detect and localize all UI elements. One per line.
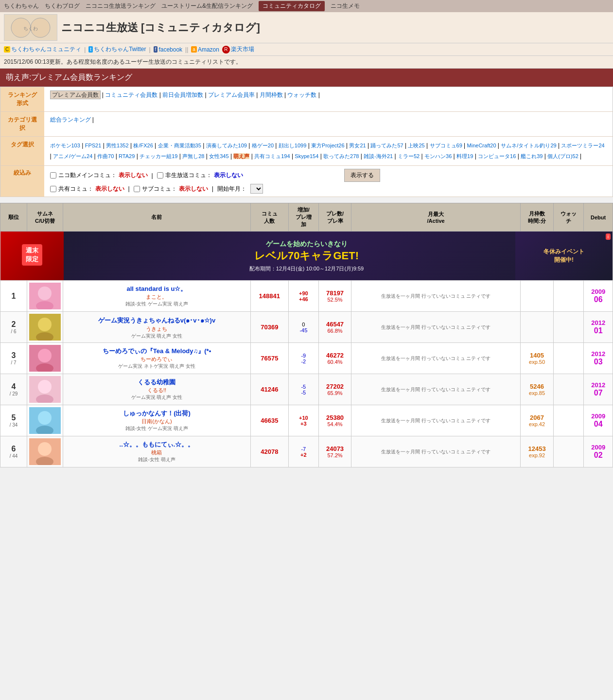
nav-niconico-ranking[interactable]: ニコニコ生放送ランキング [86, 2, 156, 10]
shared-checkbox[interactable] [50, 186, 56, 192]
author-link[interactable]: うきょち [146, 326, 167, 332]
amazon-link[interactable]: Amazon [198, 46, 219, 53]
community-name-link[interactable]: ..☆。。ももにてぃ.☆。。 [120, 441, 194, 448]
tag-text: 雑談-女性 ゲーム実況 萌え声 [65, 425, 248, 432]
tag-shared-commu[interactable]: 共有コミュ194 [254, 153, 290, 159]
non-live-checkbox[interactable] [157, 172, 163, 179]
nico-main-filter[interactable]: ニコ動メインコミュ： 表示しない [50, 171, 148, 179]
monthly-slots-exp: exp.92 [523, 452, 551, 458]
rank-number: 5 [2, 413, 25, 422]
tag-monster-hunter[interactable]: モンハン36 [424, 153, 452, 159]
debut-cell: 2012 07 [584, 374, 613, 405]
tag-silent[interactable]: 声無し28 [182, 153, 204, 159]
tag-female[interactable]: 女性345 [209, 153, 228, 159]
increase-2: -2 [291, 359, 316, 364]
tag-subcommu[interactable]: サブコミュ69 [430, 143, 462, 148]
name-cell: all standard is u☆。 まこと。 雑談-女性 ゲーム実況 萌え声 [63, 281, 251, 312]
ranking-premium-members[interactable]: プレミアム会員数 [50, 90, 101, 99]
thumb-cell [27, 312, 63, 343]
nico-main-checkbox[interactable] [50, 172, 56, 179]
monthly-slots-exp: exp.50 [523, 359, 551, 365]
tag-checker[interactable]: チェッカー組19 [140, 153, 177, 159]
tag-fps[interactable]: FPS21 [85, 143, 102, 148]
ranking-premium-rate[interactable]: プレミアム会員率 [208, 91, 255, 98]
author-link[interactable]: まこと。 [146, 294, 167, 300]
tag-face[interactable]: 顔出し1099 [279, 143, 306, 148]
pre-rate-cell: 27202 65.9% [319, 374, 351, 405]
ad-banner[interactable]: 週末限定 ゲームを始めたらいきなり レベル70キャラGET! 配布期間：12月4… [0, 232, 613, 280]
author-link[interactable]: 桃箱 [151, 449, 162, 455]
nav-community-catalog-link[interactable]: コミュニティカタログ [263, 2, 321, 9]
nav-nico-memo[interactable]: ニコ生メモ [331, 2, 360, 10]
tag-thumbnail[interactable]: サムネ/タイトル釣り29 [501, 143, 556, 148]
tag-composition[interactable]: 作曲70 [97, 153, 114, 159]
tag-cooking[interactable]: 料理19 [456, 153, 473, 159]
tag-overseas-chat[interactable]: 雑談-海外21 [364, 153, 393, 159]
nav-chikuwa[interactable]: ちくわちゃん [4, 2, 39, 10]
tag-moe-voice[interactable]: 萌え声 [233, 153, 249, 159]
community-name-link[interactable]: くるる幼稚園 [138, 378, 175, 386]
debut-month: 03 [586, 358, 611, 366]
tag-screening[interactable]: 上映25 [408, 143, 424, 148]
tag-singing[interactable]: 歌ってみた278 [323, 153, 359, 159]
tag-minecraft[interactable]: MineCraft20 [467, 143, 496, 148]
rakuten-link-item: R 楽天市場 [222, 45, 254, 54]
nav-ustream-ranking[interactable]: ユーストリーム&生配信ランキング [161, 2, 253, 10]
thumbnail [29, 314, 61, 341]
tag-mixed[interactable]: 男女21 [349, 143, 366, 148]
chikuwa-twitter-link[interactable]: ちくわちゃんTwitter [94, 45, 146, 54]
tag-rta[interactable]: RTA29 [119, 153, 135, 159]
chikuwa-community-link[interactable]: ちくわちゃんコミュニティ [11, 45, 81, 54]
non-live-filter[interactable]: 非生放送コミュ： 表示しない [157, 171, 243, 179]
tag-pokemon[interactable]: ポケモン103 [50, 143, 80, 148]
non-live-value: 表示しない [214, 171, 243, 179]
nav-blog[interactable]: ちくわブログ [45, 2, 80, 10]
ranking-daily-increase[interactable]: 前日会員増加数 [162, 91, 203, 98]
author-link[interactable]: 日南(かなん) [141, 418, 172, 424]
sub-filter[interactable]: サブコミュ： 表示しない [134, 185, 208, 193]
tag-stockfx[interactable]: 株/FX26 [133, 143, 153, 148]
ad-info-icon[interactable]: i [606, 233, 611, 240]
start-month-select[interactable] [250, 184, 263, 194]
tag-sports-mirror[interactable]: スポーツミラー24 [561, 143, 604, 148]
community-name-link[interactable]: しゅっかなんす！(出荷) [123, 410, 191, 417]
tag-business[interactable]: 企業・商業活動35 [158, 143, 201, 148]
rank-number: 4 [2, 382, 25, 391]
tag-mirror[interactable]: ミラー52 [398, 153, 420, 159]
community-name-link[interactable]: ちーめろでぃの『Tea & Melody♫』(*• [103, 347, 211, 355]
ranking-monthly-slots[interactable]: 月間枠数 [260, 91, 283, 98]
tag-anime-game[interactable]: アニメ/ゲーム24 [53, 153, 92, 159]
increase-cell: 0 -45 [288, 312, 318, 343]
svg-point-4 [38, 287, 52, 300]
category-overall[interactable]: 総合ランキング [50, 116, 91, 123]
tag-computer[interactable]: コンピュータ16 [478, 153, 516, 159]
ranking-community-members[interactable]: コミュニティ会員数 [105, 91, 158, 98]
sub-checkbox[interactable] [134, 186, 140, 192]
rank-sub: / 29 [2, 391, 25, 396]
tag-text: ゲーム実況 萌え声 女性 [65, 333, 248, 340]
filter-show-button[interactable]: 表示する [344, 169, 380, 182]
tag-kancolle[interactable]: 艦これ39 [521, 153, 543, 159]
tag-touhou[interactable]: 東方Project26 [311, 143, 345, 148]
shared-filter[interactable]: 共有コミュ： 表示しない [50, 185, 124, 193]
ranking-watch[interactable]: ウォッチ数 [287, 91, 316, 98]
tag-fighting[interactable]: 格ゲー20 [252, 143, 274, 148]
rakuten-link[interactable]: 楽天市場 [231, 45, 254, 54]
monthly-max-cell: 生放送を一ヶ月間 行っていないコミュ ニティです [351, 312, 521, 343]
author-link[interactable]: くるる!! [147, 387, 166, 393]
facebook-link[interactable]: facebook [158, 46, 182, 53]
tag-pro[interactable]: 個人(プロ)52 [547, 153, 578, 159]
community-name-link[interactable]: ゲーム実況うきょちゃんねるv(๑･v･๑☆)v [98, 317, 215, 324]
tag-performance[interactable]: 演奏してみた109 [206, 143, 247, 148]
ad-row: 週末限定 ゲームを始めたらいきなり レベル70キャラGET! 配布期間：12月4… [0, 232, 613, 281]
ranking-type-options: プレミアム会員数 | コミュニティ会員数 | 前日会員増加数 | プレミアム会員… [44, 87, 613, 112]
tag-skype[interactable]: Skype154 [295, 153, 318, 159]
tag-dance[interactable]: 踊ってみた57 [370, 143, 403, 148]
non-live-label: 非生放送コミュ： [165, 171, 212, 179]
tag-male[interactable]: 男性1352 [106, 143, 128, 148]
svg-point-13 [38, 380, 52, 394]
increase-2: +46 [291, 296, 316, 302]
increase-cell: +10 +3 [288, 405, 318, 436]
author-link[interactable]: ちーめろでぃ [140, 356, 173, 362]
community-name-link[interactable]: all standard is u☆。 [126, 285, 187, 292]
